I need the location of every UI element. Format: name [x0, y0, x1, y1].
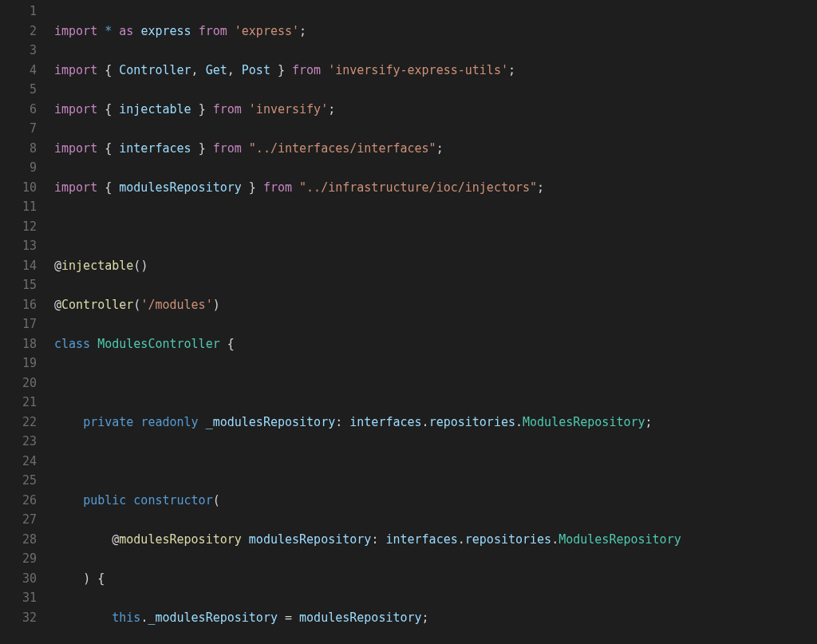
line-number: 32 — [0, 608, 37, 628]
line-number: 25 — [0, 471, 37, 491]
code-content[interactable]: import * as express from 'express'; impo… — [54, 2, 817, 644]
code-line[interactable]: public constructor( — [54, 491, 817, 511]
line-number: 11 — [0, 197, 37, 217]
line-number: 16 — [0, 295, 37, 315]
line-number: 2 — [0, 22, 37, 41]
line-number: 19 — [0, 354, 37, 373]
code-line[interactable] — [54, 452, 817, 472]
code-editor[interactable]: 1 2 3 4 5 6 7 8 9 10 11 12 13 14 15 16 1… — [0, 2, 817, 644]
line-number: 23 — [0, 432, 37, 452]
code-line[interactable]: import { Controller, Get, Post } from 'i… — [54, 61, 817, 81]
code-line[interactable]: this._modulesRepository = modulesReposit… — [54, 608, 817, 628]
line-number: 28 — [0, 530, 37, 550]
line-number: 24 — [0, 452, 37, 472]
line-number: 20 — [0, 373, 37, 393]
line-number: 14 — [0, 256, 37, 276]
code-line[interactable]: import { injectable } from 'inversify'; — [54, 100, 817, 120]
line-number: 8 — [0, 139, 37, 159]
line-number: 31 — [0, 588, 37, 608]
line-number-gutter: 1 2 3 4 5 6 7 8 9 10 11 12 13 14 15 16 1… — [0, 2, 54, 644]
line-number: 18 — [0, 334, 37, 354]
line-number: 5 — [0, 80, 37, 100]
code-line[interactable]: import * as express from 'express'; — [54, 22, 817, 41]
code-line[interactable]: import { interfaces } from "../interface… — [54, 139, 817, 159]
line-number: 13 — [0, 236, 37, 256]
line-number: 15 — [0, 275, 37, 295]
line-number: 21 — [0, 393, 37, 413]
code-line[interactable]: @Controller('/modules') — [54, 295, 817, 315]
line-number: 27 — [0, 510, 37, 530]
line-number: 6 — [0, 100, 37, 120]
code-line[interactable]: ) { — [54, 569, 817, 589]
code-line[interactable]: class ModulesController { — [54, 334, 817, 354]
line-number: 12 — [0, 217, 37, 237]
line-number: 30 — [0, 569, 37, 589]
line-number: 4 — [0, 61, 37, 81]
code-line[interactable] — [54, 373, 817, 393]
line-number: 10 — [0, 178, 37, 198]
line-number: 9 — [0, 158, 37, 178]
line-number: 3 — [0, 41, 37, 61]
line-number: 29 — [0, 549, 37, 569]
code-line[interactable]: @injectable() — [54, 256, 817, 276]
code-line[interactable]: import { modulesRepository } from "../in… — [54, 178, 817, 198]
code-line[interactable] — [54, 217, 817, 237]
line-number: 22 — [0, 413, 37, 433]
line-number: 17 — [0, 314, 37, 334]
code-line[interactable]: @modulesRepository modulesRepository: in… — [54, 530, 817, 550]
line-number: 7 — [0, 119, 37, 139]
code-line[interactable]: private readonly _modulesRepository: int… — [54, 413, 817, 433]
line-number: 26 — [0, 491, 37, 511]
line-number: 1 — [0, 2, 37, 22]
